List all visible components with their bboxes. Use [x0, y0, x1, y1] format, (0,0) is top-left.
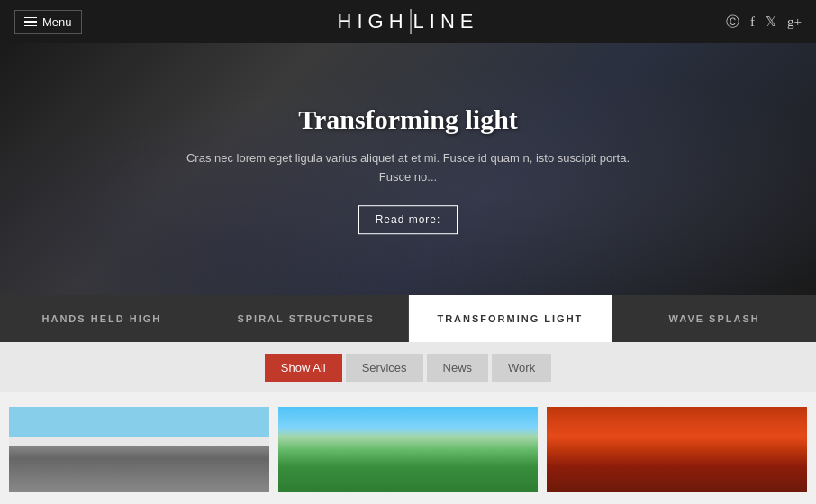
menu-label: Menu — [42, 15, 72, 29]
filter-news[interactable]: News — [427, 354, 489, 382]
hero-content: Transforming light Cras nec lorem eget l… — [183, 104, 633, 234]
grid-image-hills — [278, 407, 539, 492]
grid-image-canyon — [547, 407, 807, 492]
header: Menu HIGH LINE Ⓒ f 𝕏 g+ — [0, 0, 816, 43]
filter-services[interactable]: Services — [346, 354, 423, 382]
twitter-icon[interactable]: 𝕏 — [766, 14, 776, 30]
grid-image-mountains — [9, 407, 269, 492]
read-more-button[interactable]: Read more: — [358, 205, 458, 234]
facebook-icon[interactable]: f — [750, 14, 755, 30]
logo-divider — [411, 9, 412, 34]
portfolio-grid — [0, 392, 816, 504]
logo-right: LINE — [413, 10, 479, 33]
filter-bar: Show All Services News Work — [0, 342, 816, 392]
hamburger-icon — [24, 17, 37, 27]
grid-item-canyon[interactable] — [547, 407, 807, 492]
filter-work[interactable]: Work — [492, 354, 551, 382]
menu-button[interactable]: Menu — [14, 10, 82, 34]
site-logo[interactable]: HIGH LINE — [338, 9, 479, 34]
logo-left: HIGH — [338, 10, 409, 33]
google-plus-icon[interactable]: g+ — [787, 14, 802, 30]
hero-title: Transforming light — [183, 104, 633, 135]
slide-nav-item-hands[interactable]: HANDS HELD HIGH — [0, 295, 204, 342]
grid-item-hills[interactable] — [278, 407, 539, 492]
hero-section: Transforming light Cras nec lorem eget l… — [0, 43, 816, 295]
hero-description: Cras nec lorem eget ligula varius alique… — [183, 149, 633, 187]
filter-show-all[interactable]: Show All — [265, 354, 342, 382]
slide-nav-item-spiral[interactable]: SPIRAL STRUCTURES — [204, 295, 409, 342]
slide-navigation: HANDS HELD HIGH SPIRAL STRUCTURES TRANSF… — [0, 295, 816, 342]
grid-item-mountains[interactable] — [9, 407, 269, 492]
slide-nav-item-wave[interactable]: WAVE SPLASH — [612, 295, 816, 342]
slide-nav-item-transforming[interactable]: TRANSFORMING LIGHT — [409, 295, 613, 342]
social-icons: Ⓒ f 𝕏 g+ — [726, 14, 802, 31]
pinterest-icon[interactable]: Ⓒ — [726, 14, 739, 31]
